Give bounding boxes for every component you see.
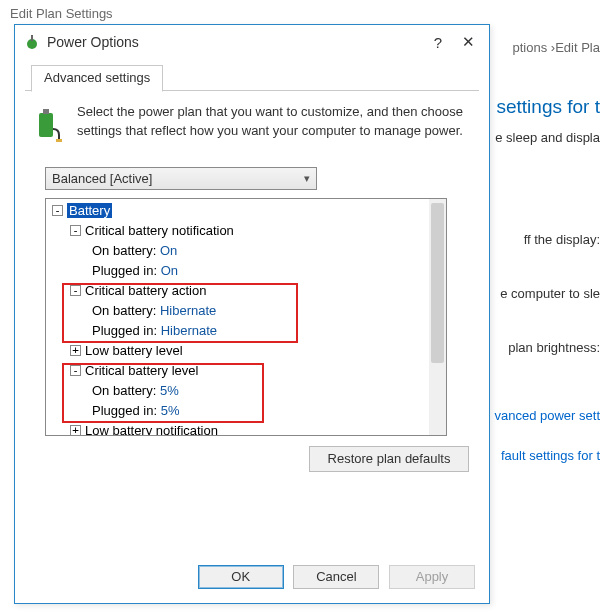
bg-link[interactable]: vanced power sett [494, 408, 600, 423]
intro-text: Select the power plan that you want to c… [77, 103, 469, 143]
dialog-button-row: OK Cancel Apply [15, 553, 489, 603]
power-icon [23, 33, 41, 51]
tree-node-critical-action[interactable]: -Critical battery action [50, 281, 442, 301]
tree-leaf[interactable]: On battery: 5% [50, 381, 442, 401]
restore-defaults-button[interactable]: Restore plan defaults [309, 446, 469, 472]
tree-key: Plugged in: [92, 263, 157, 278]
breadcrumb-seg: ptions [513, 40, 548, 55]
svg-rect-4 [56, 139, 62, 142]
scrollbar-thumb[interactable] [431, 203, 444, 363]
close-button[interactable]: ✕ [453, 33, 483, 51]
bg-link[interactable]: fault settings for t [501, 448, 600, 463]
tree-leaf[interactable]: On battery: On [50, 241, 442, 261]
tree-value: On [160, 243, 177, 258]
bg-label: e computer to sle [500, 286, 600, 301]
cancel-button[interactable]: Cancel [293, 565, 379, 589]
outer-window-title: Edit Plan Settings [0, 0, 600, 25]
svg-rect-1 [31, 35, 33, 41]
scrollbar[interactable] [429, 199, 446, 435]
power-plan-value: Balanced [Active] [52, 171, 152, 186]
tree-leaf[interactable]: Plugged in: 5% [50, 401, 442, 421]
settings-tree[interactable]: -Battery -Critical battery notification … [45, 198, 447, 436]
dialog-titlebar: Power Options ? ✕ [15, 25, 489, 59]
tree-node-low-notification[interactable]: +Low battery notification [50, 421, 442, 436]
apply-button: Apply [389, 565, 475, 589]
power-plan-select[interactable]: Balanced [Active] [45, 167, 317, 190]
tree-value: 5% [160, 383, 179, 398]
dialog-title: Power Options [47, 34, 423, 50]
tree-label: Critical battery level [85, 363, 198, 378]
tree-leaf[interactable]: Plugged in: On [50, 261, 442, 281]
page-subtext: e sleep and displa [495, 130, 600, 145]
breadcrumb: ptionsEdit Pla [513, 40, 600, 55]
tree-value: Hibernate [161, 323, 217, 338]
battery-plug-icon [31, 103, 65, 143]
expand-icon[interactable]: + [70, 425, 81, 436]
collapse-icon[interactable]: - [70, 365, 81, 376]
tree-leaf[interactable]: Plugged in: Hibernate [50, 321, 442, 341]
ok-button[interactable]: OK [198, 565, 284, 589]
tree-node-critical-notification[interactable]: -Critical battery notification [50, 221, 442, 241]
tree-label: Critical battery notification [85, 223, 234, 238]
page-heading: settings for t [497, 96, 601, 118]
tree-node-low-level[interactable]: +Low battery level [50, 341, 442, 361]
tree-key: Plugged in: [92, 403, 157, 418]
tree-leaf[interactable]: On battery: Hibernate [50, 301, 442, 321]
svg-rect-2 [39, 113, 53, 137]
tree-node-battery[interactable]: -Battery [50, 201, 442, 221]
tab-advanced-settings[interactable]: Advanced settings [31, 65, 163, 92]
tree-label: Low battery level [85, 343, 183, 358]
tree-label: Low battery notification [85, 423, 218, 436]
collapse-icon[interactable]: - [70, 225, 81, 236]
collapse-icon[interactable]: - [52, 205, 63, 216]
tree-value: Hibernate [160, 303, 216, 318]
tree-value: 5% [161, 403, 180, 418]
tree-label: Battery [67, 203, 112, 218]
power-options-dialog: Power Options ? ✕ Advanced settings Sele… [14, 24, 490, 604]
tree-key: Plugged in: [92, 323, 157, 338]
tree-label: Critical battery action [85, 283, 206, 298]
svg-rect-3 [43, 109, 49, 114]
breadcrumb-seg: Edit Pla [555, 40, 600, 55]
bg-label: plan brightness: [508, 340, 600, 355]
help-button[interactable]: ? [423, 34, 453, 51]
tree-value: On [161, 263, 178, 278]
tab-strip: Advanced settings [25, 63, 479, 91]
tree-key: On battery: [92, 303, 156, 318]
expand-icon[interactable]: + [70, 345, 81, 356]
bg-label: ff the display: [524, 232, 600, 247]
collapse-icon[interactable]: - [70, 285, 81, 296]
tree-node-critical-level[interactable]: -Critical battery level [50, 361, 442, 381]
tree-key: On battery: [92, 383, 156, 398]
tree-key: On battery: [92, 243, 156, 258]
